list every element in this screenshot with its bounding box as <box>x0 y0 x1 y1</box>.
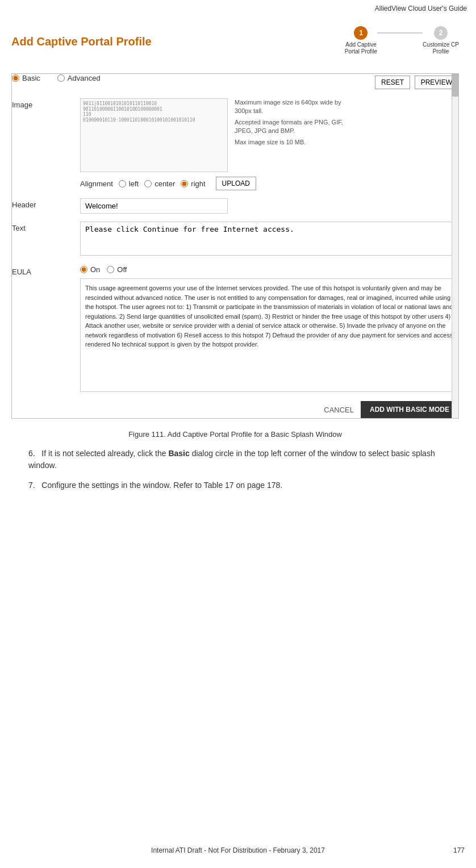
header-row: Header <box>12 198 458 214</box>
radio-basic[interactable] <box>12 74 19 82</box>
action-buttons: RESET PREVIEW <box>375 76 458 89</box>
align-left-text: left <box>129 180 139 188</box>
wizard-steps: 1 Add CaptivePortal Profile 2 Customize … <box>345 26 459 55</box>
radio-basic-label[interactable]: Basic <box>12 74 40 82</box>
eula-body-text: This usage agreement governs your use of… <box>85 285 453 348</box>
align-right-text: right <box>191 180 205 188</box>
text-row: Text Please click Continue for free Inte… <box>12 222 458 257</box>
doc-title: AlliedView Cloud User's Guide <box>375 5 467 12</box>
instruction-7-text: Configure the settings in the window. Re… <box>41 481 282 490</box>
instruction-6-before: If it is not selected already, click the <box>41 449 168 458</box>
alignment-row: Alignment left center right UPLOAD <box>80 177 458 190</box>
wizard-step-2: 2 Customize CPProfile <box>423 26 459 55</box>
eula-off-label[interactable]: Off <box>107 265 127 274</box>
image-inner: 9011|0110010101010110110010 901101000001… <box>80 98 458 172</box>
eula-row: EULA On Off This usage agreement governs… <box>12 265 458 392</box>
instruction-list: 6. If it is not selected already, click … <box>28 448 448 491</box>
instruction-item-7: 7. Configure the settings in the window.… <box>28 479 448 491</box>
text-textarea[interactable]: Please click Continue for free Internet … <box>80 222 458 256</box>
upload-button[interactable]: UPLOAD <box>216 177 256 190</box>
header-label: Header <box>12 198 80 209</box>
image-note-3: Max image size is 10 MB. <box>235 138 360 147</box>
radio-advanced[interactable] <box>57 74 65 82</box>
title-wizard-row: Add Captive Portal Profile 1 Add Captive… <box>11 26 459 66</box>
form-panel: Basic Advanced RESET PREVIEW Image 9011 <box>11 73 459 419</box>
page-header: AlliedView Cloud User's Guide <box>0 0 476 15</box>
text-label: Text <box>12 222 80 232</box>
align-right-label[interactable]: right <box>181 180 205 188</box>
step-circle-2: 2 <box>434 26 448 40</box>
figure-caption: Figure 111. Add Captive Portal Profile f… <box>11 430 459 439</box>
instruction-7-number: 7. <box>28 481 39 490</box>
eula-toggle-row: On Off <box>80 265 458 274</box>
page-title: Add Captive Portal Profile <box>11 35 152 48</box>
align-label: Alignment <box>80 180 113 188</box>
eula-on-radio[interactable] <box>80 266 87 273</box>
radio-advanced-label[interactable]: Advanced <box>57 74 101 82</box>
step-circle-1: 1 <box>354 26 368 40</box>
radio-advanced-text: Advanced <box>68 74 101 82</box>
radio-basic-text: Basic <box>22 74 40 82</box>
align-center-text: center <box>155 180 175 188</box>
wizard-step-1: 1 Add CaptivePortal Profile <box>345 26 377 55</box>
cancel-button[interactable]: CANCEL <box>324 406 354 414</box>
reset-button[interactable]: RESET <box>375 76 410 89</box>
image-label: Image <box>12 98 80 109</box>
align-center-label[interactable]: center <box>144 180 175 188</box>
main-content: Add Captive Portal Profile 1 Add Captive… <box>0 15 476 514</box>
image-note-2: Accepted image formats are PNG, GIF, JPE… <box>235 118 360 136</box>
eula-off-text: Off <box>117 265 127 274</box>
footer-text: Internal ATI Draft - Not For Distributio… <box>151 846 325 854</box>
align-right-radio[interactable] <box>181 180 188 187</box>
eula-off-radio[interactable] <box>107 266 114 273</box>
align-center-radio[interactable] <box>144 180 152 187</box>
eula-body: This usage agreement governs your use of… <box>80 278 458 392</box>
add-basic-button[interactable]: ADD WITH BASIC MODE <box>361 401 458 418</box>
scrollbar-track[interactable] <box>452 74 458 418</box>
image-side-note: Maximum image size is 640px wide by 300p… <box>235 98 360 147</box>
step-label-1: Add CaptivePortal Profile <box>345 41 377 55</box>
align-left-radio[interactable] <box>119 180 126 187</box>
image-control-wrap: 9011|0110010101010110110010 901101000001… <box>80 98 458 190</box>
instruction-6-number: 6. <box>28 449 39 458</box>
header-input[interactable] <box>80 198 228 214</box>
header-control <box>80 198 458 214</box>
binary-art: 9011|0110010101010110110010 901101000001… <box>83 101 225 169</box>
page-number: 177 <box>453 846 465 854</box>
image-row: Image 9011|0110010101010110110010 901101… <box>12 98 458 190</box>
image-preview: 9011|0110010101010110110010 901101000001… <box>80 98 228 172</box>
image-note-1: Maximum image size is 640px wide by 300p… <box>235 98 360 116</box>
eula-control: On Off This usage agreement governs your… <box>80 265 458 392</box>
step-label-2: Customize CPProfile <box>423 41 459 55</box>
instruction-6-bold: Basic <box>168 449 189 458</box>
step-line <box>377 32 423 34</box>
instruction-item-6: 6. If it is not selected already, click … <box>28 448 448 471</box>
mode-radio-row: Basic Advanced <box>12 74 101 82</box>
eula-on-text: On <box>90 265 100 274</box>
eula-on-label[interactable]: On <box>80 265 100 274</box>
eula-label: EULA <box>12 265 80 276</box>
form-footer: CANCEL ADD WITH BASIC MODE <box>12 401 458 418</box>
text-control: Please click Continue for free Internet … <box>80 222 458 257</box>
align-left-label[interactable]: left <box>119 180 139 188</box>
scrollbar-thumb[interactable] <box>452 74 458 97</box>
page-footer: Internal ATI Draft - Not For Distributio… <box>0 846 476 854</box>
